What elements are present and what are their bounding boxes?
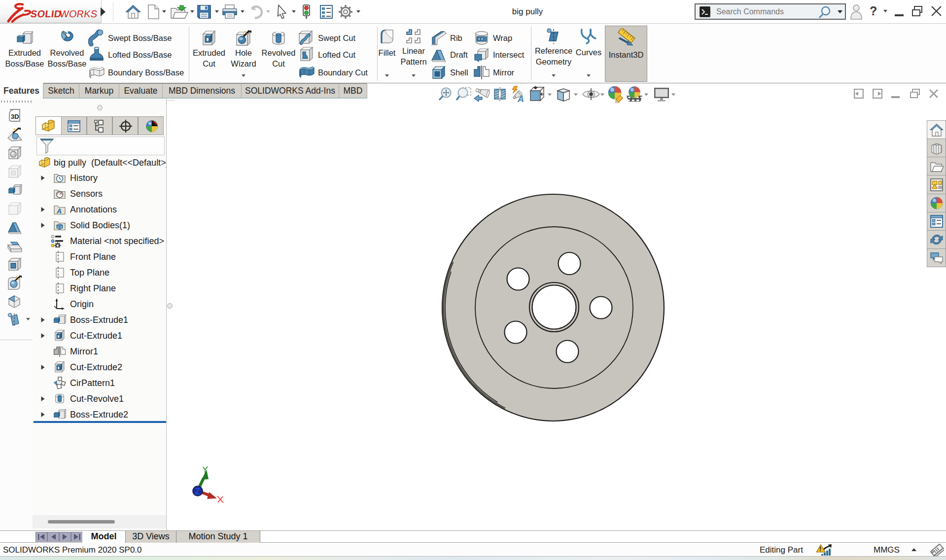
svg-text:!: ! xyxy=(819,546,821,553)
svg-text:A: A xyxy=(56,207,62,215)
svg-text:Z: Z xyxy=(195,487,200,496)
svg-text:3D: 3D xyxy=(11,113,19,120)
svg-text:A: A xyxy=(517,94,524,103)
svg-text:WORKS: WORKS xyxy=(59,8,99,19)
svg-text:SOLID: SOLID xyxy=(30,8,63,19)
